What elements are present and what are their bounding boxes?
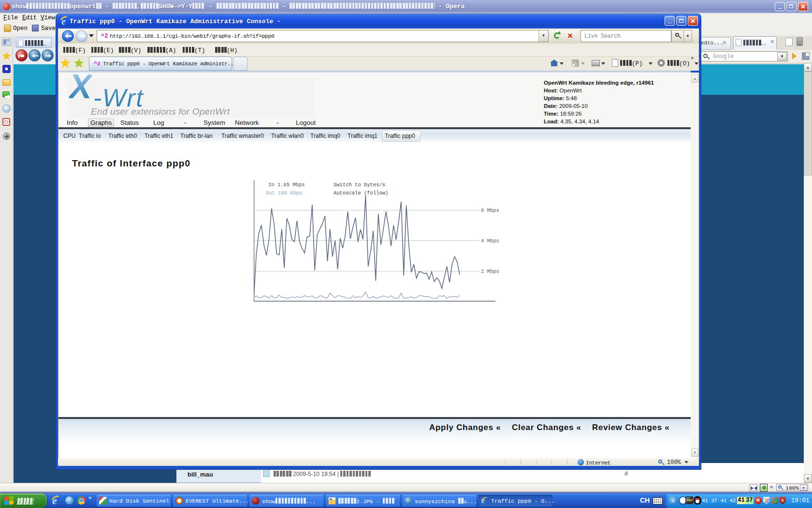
svg-text:2 Mbps: 2 Mbps <box>481 269 499 274</box>
svg-text:4 Mbps: 4 Mbps <box>481 238 499 244</box>
svg-text:6 Mbps: 6 Mbps <box>481 208 499 213</box>
svg-text:Out 100 Kbps: Out 100 Kbps <box>266 190 303 196</box>
svg-text:Switch to bytes/s: Switch to bytes/s <box>334 182 385 188</box>
svg-text:Autoscale (follow): Autoscale (follow) <box>334 190 388 196</box>
svg-text:In 1.65 Mbps: In 1.65 Mbps <box>268 182 305 188</box>
